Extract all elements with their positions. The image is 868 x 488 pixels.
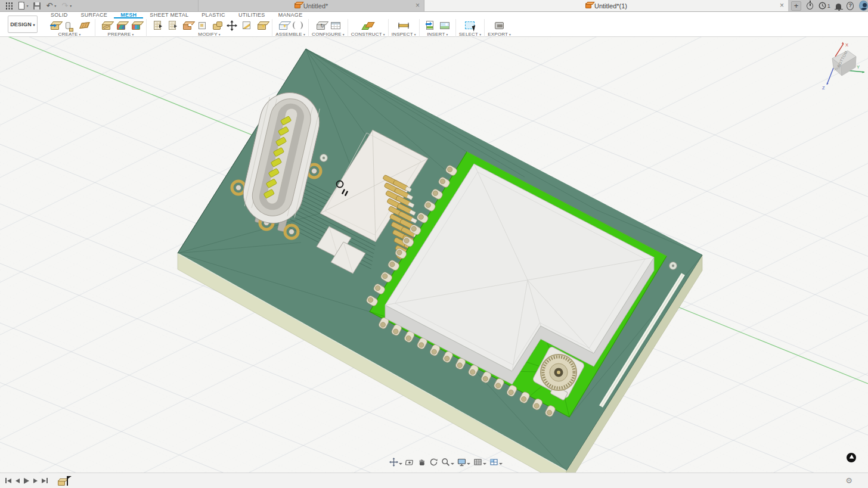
window-select-icon[interactable] (463, 19, 478, 32)
modify-dropdown[interactable]: MODIFY▾ (198, 32, 220, 37)
configuration-icon[interactable]: ↻ (313, 19, 328, 32)
ribbon-group-modify: MODIFY▾ (147, 19, 272, 37)
caret-down-icon: ▾ (383, 33, 385, 36)
save-icon[interactable] (33, 2, 41, 10)
zoom-icon (441, 458, 450, 467)
repair-mesh-icon[interactable] (98, 19, 113, 32)
new-document-button[interactable]: + (791, 1, 801, 11)
paint-face-groups-icon[interactable] (128, 19, 143, 32)
go-to-end-button[interactable] (42, 478, 48, 483)
tab-solid[interactable]: SOLID (44, 12, 75, 18)
construction-plane-icon[interactable] (361, 19, 376, 32)
clock-icon (819, 2, 826, 10)
app-launcher-icon[interactable] (6, 2, 7, 4)
tab-mesh[interactable]: MESH (114, 12, 143, 18)
move-icon[interactable] (224, 19, 239, 32)
canvas-icon[interactable] (438, 19, 452, 32)
reduce-icon[interactable] (165, 19, 179, 32)
tab-sheet-metal[interactable]: SHEET METAL (143, 12, 195, 18)
merge-bodies-icon[interactable] (209, 19, 224, 32)
extensions-icon[interactable] (807, 2, 813, 10)
grid-and-snaps-button[interactable] (473, 457, 487, 467)
workspace-switcher-button[interactable]: DESIGN ▾ (8, 15, 38, 33)
scene-line (0, 37, 868, 72)
plane-cut-icon[interactable] (239, 19, 254, 32)
quick-access-toolbar: ▾ ↶ ▾ ↷ ▾ (0, 0, 198, 11)
job-count-badge: 1 (827, 3, 830, 9)
timeline-settings-gear-icon[interactable]: ⚙ (845, 476, 852, 485)
tab-surface[interactable]: SURFACE (75, 12, 114, 18)
close-tab-icon[interactable]: × (780, 1, 784, 10)
insert-svg-icon[interactable] (423, 19, 438, 32)
select-dropdown[interactable]: SELECT▾ (459, 32, 481, 37)
convert-mesh-icon[interactable] (254, 19, 269, 32)
model-canvas[interactable] (0, 37, 868, 473)
inspect-dropdown[interactable]: INSPECT▾ (392, 32, 416, 37)
job-status-button[interactable]: 1 (819, 2, 830, 10)
play-button[interactable] (24, 478, 29, 484)
step-back-button[interactable] (16, 478, 20, 483)
tab-manage[interactable]: MANAGE (272, 12, 309, 18)
create-dropdown[interactable]: CREATE▾ (58, 32, 80, 37)
pan-button[interactable] (417, 457, 427, 467)
reverse-normal-icon[interactable] (194, 19, 209, 32)
generate-face-groups-icon[interactable] (113, 19, 128, 32)
fit-button[interactable] (389, 457, 403, 467)
redo-icon[interactable]: ↷ (61, 2, 68, 10)
titlebar: ▾ ↶ ▾ ↷ ▾ Untitled* × Untitled*(1) × + 1… (0, 0, 868, 12)
prepare-dropdown[interactable]: PREPARE▾ (107, 32, 134, 37)
display-settings-icon (457, 458, 466, 467)
titlebar-controls: + 1 ? (788, 0, 868, 11)
document-tab-untitled-1[interactable]: Untitled*(1) × (424, 0, 788, 11)
pan-hand-icon (417, 458, 426, 467)
insert-dropdown[interactable]: INSERT▾ (427, 32, 448, 37)
help-icon[interactable]: ? (847, 2, 854, 10)
undo-icon[interactable]: ↶ (46, 2, 52, 10)
configure-dropdown[interactable]: CONFIGURE▾ (312, 32, 345, 37)
export-model-icon[interactable] (492, 19, 507, 32)
scene-line (0, 37, 868, 113)
redo-caret-icon[interactable]: ▾ (70, 4, 72, 8)
close-tab-icon[interactable]: × (416, 1, 420, 10)
remesh-icon[interactable] (150, 19, 165, 32)
orbit-button[interactable] (429, 457, 439, 467)
create-mesh-primitive-icon[interactable] (62, 19, 77, 32)
tab-plastic[interactable]: PLASTIC (195, 12, 232, 18)
timeline-playhead[interactable] (67, 476, 68, 486)
view-cube[interactable]: X Y Z BOTTOM LEFT (819, 41, 868, 92)
scene-line (0, 37, 868, 124)
export-dropdown[interactable]: EXPORT▾ (488, 32, 511, 37)
ribbon-group-configure: ↻ CONFIGURE▾ (309, 19, 348, 37)
ribbon-toolbar: DESIGN ▾ SOLID SURFACE MESH SHEET METAL … (0, 12, 868, 37)
measure-icon[interactable] (396, 19, 411, 32)
undo-caret-icon[interactable]: ▾ (54, 4, 56, 8)
zoom-button[interactable] (441, 457, 455, 467)
erase-and-fill-icon[interactable] (179, 19, 194, 32)
autodesk-badge-icon[interactable] (847, 453, 856, 462)
insert-mesh-icon[interactable] (47, 19, 62, 32)
viewport[interactable]: X Y Z BOTTOM LEFT (0, 37, 868, 473)
new-component-icon[interactable] (275, 19, 290, 32)
step-forward-button[interactable] (33, 478, 38, 483)
configuration-table-icon[interactable] (328, 19, 343, 32)
tab-utilities[interactable]: UTILITIES (232, 12, 272, 18)
display-settings-button[interactable] (457, 457, 471, 467)
notifications-bell-icon[interactable] (836, 4, 841, 9)
caret-down-icon: ▾ (479, 33, 481, 36)
look-at-button[interactable] (405, 457, 415, 467)
tessellate-icon[interactable] (77, 19, 92, 32)
construct-dropdown[interactable]: CONSTRUCT▾ (351, 32, 385, 37)
ribbon-group-select: SELECT▾ (456, 19, 485, 37)
user-avatar[interactable] (859, 1, 868, 11)
assemble-dropdown[interactable]: ASSEMBLE▾ (275, 32, 305, 37)
joint-icon[interactable] (290, 19, 305, 32)
file-menu-caret-icon[interactable]: ▾ (26, 4, 28, 8)
grid-icon (473, 458, 482, 467)
document-tab-untitled[interactable]: Untitled* × (198, 0, 424, 11)
ribbon-group-construct: CONSTRUCT▾ (348, 19, 389, 37)
fit-icon (389, 458, 398, 467)
file-menu-icon[interactable] (18, 2, 24, 10)
viewports-button[interactable] (489, 457, 503, 467)
timeline-feature-mesh-body[interactable] (58, 476, 68, 486)
go-to-start-button[interactable] (5, 478, 11, 483)
